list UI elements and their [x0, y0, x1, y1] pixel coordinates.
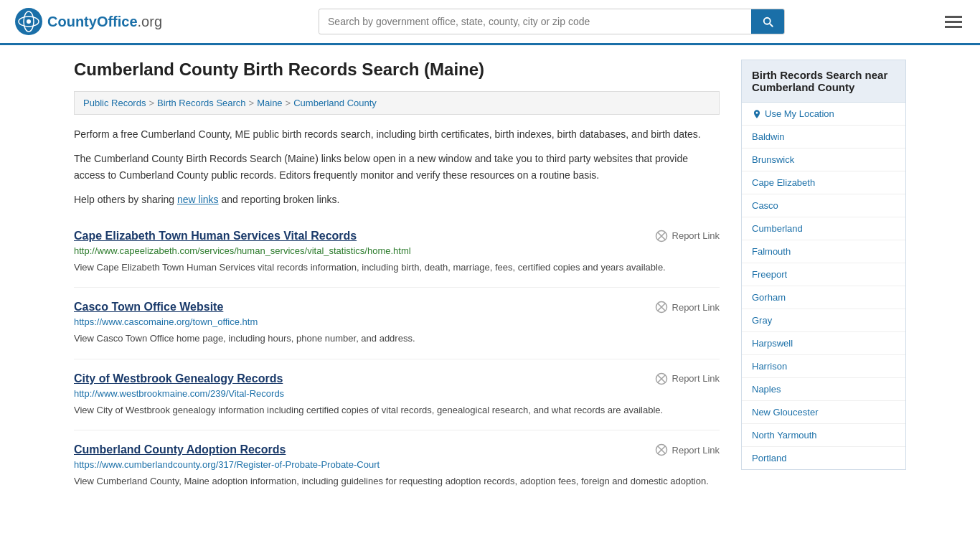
- description-para-3: Help others by sharing new links and rep…: [74, 192, 720, 207]
- sidebar: Birth Records Search near Cumberland Cou…: [741, 60, 906, 501]
- breadcrumb-birth-records-search[interactable]: Birth Records Search: [157, 98, 246, 108]
- result-title-1[interactable]: Casco Town Office Website: [74, 301, 223, 314]
- result-title-2[interactable]: City of Westbrook Genealogy Records: [74, 372, 283, 385]
- result-title-0[interactable]: Cape Elizabeth Town Human Services Vital…: [74, 230, 357, 242]
- breadcrumb: Public Records > Birth Records Search > …: [74, 91, 720, 115]
- result-item: City of Westbrook Genealogy Records Repo…: [74, 359, 720, 431]
- result-item: Casco Town Office Website Report Link ht…: [74, 288, 720, 359]
- breadcrumb-public-records[interactable]: Public Records: [83, 98, 146, 108]
- result-desc-1: View Casco Town Office home page, includ…: [74, 331, 720, 346]
- sidebar-use-location[interactable]: Use My Location: [742, 103, 905, 126]
- report-link-0[interactable]: Report Link: [655, 230, 720, 242]
- svg-point-3: [27, 19, 31, 24]
- result-desc-0: View Cape Elizabeth Town Human Services …: [74, 260, 720, 275]
- sidebar-item-north-yarmouth[interactable]: North Yarmouth: [742, 424, 905, 447]
- results-list: Cape Elizabeth Town Human Services Vital…: [74, 217, 720, 501]
- sidebar-item-cape-elizabeth[interactable]: Cape Elizabeth: [742, 171, 905, 194]
- report-icon-3: [655, 443, 668, 456]
- result-item: Cumberland County Adoption Records Repor…: [74, 430, 720, 501]
- report-link-2[interactable]: Report Link: [655, 372, 720, 385]
- location-pin-icon: [752, 109, 762, 119]
- report-link-3[interactable]: Report Link: [655, 443, 720, 456]
- site-header: CountyOffice.org: [0, 0, 980, 45]
- breadcrumb-maine[interactable]: Maine: [257, 98, 282, 108]
- sidebar-item-freeport[interactable]: Freeport: [742, 263, 905, 286]
- sidebar-item-gorham[interactable]: Gorham: [742, 286, 905, 309]
- result-desc-3: View Cumberland County, Maine adoption i…: [74, 474, 720, 489]
- search-button[interactable]: [751, 9, 784, 34]
- search-icon: [761, 15, 774, 28]
- sidebar-title: Birth Records Search near Cumberland Cou…: [741, 60, 906, 103]
- result-title-3[interactable]: Cumberland County Adoption Records: [74, 443, 286, 456]
- report-icon-0: [655, 230, 668, 242]
- result-url-2[interactable]: http://www.westbrookmaine.com/239/Vital-…: [74, 388, 720, 399]
- menu-button[interactable]: [941, 9, 966, 34]
- main-container: Cumberland County Birth Records Search (…: [60, 45, 920, 516]
- sidebar-list: Use My Location BaldwinBrunswickCape Eli…: [741, 103, 906, 470]
- sidebar-item-casco[interactable]: Casco: [742, 194, 905, 217]
- search-area: [319, 9, 785, 34]
- report-link-1[interactable]: Report Link: [655, 301, 720, 314]
- sidebar-item-portland[interactable]: Portland: [742, 447, 905, 469]
- breadcrumb-sep-2: >: [249, 98, 255, 108]
- result-url-1[interactable]: https://www.cascomaine.org/town_office.h…: [74, 316, 720, 327]
- description-para-1: Perform a free Cumberland County, ME pub…: [74, 126, 720, 142]
- sidebar-item-naples[interactable]: Naples: [742, 378, 905, 401]
- result-url-3[interactable]: https://www.cumberlandcounty.org/317/Reg…: [74, 459, 720, 470]
- sidebar-item-baldwin[interactable]: Baldwin: [742, 126, 905, 149]
- search-input[interactable]: [319, 10, 751, 33]
- result-url-0[interactable]: http://www.capeelizabeth.com/services/hu…: [74, 245, 720, 256]
- breadcrumb-sep-1: >: [149, 98, 154, 108]
- sidebar-item-harrison[interactable]: Harrison: [742, 355, 905, 378]
- breadcrumb-cumberland-county[interactable]: Cumberland County: [293, 98, 377, 108]
- sidebar-item-falmouth[interactable]: Falmouth: [742, 240, 905, 263]
- description-para-2: The Cumberland County Birth Records Sear…: [74, 151, 720, 183]
- new-links-link[interactable]: new links: [177, 194, 219, 205]
- sidebar-item-new-gloucester[interactable]: New Gloucester: [742, 401, 905, 424]
- sidebar-item-cumberland[interactable]: Cumberland: [742, 217, 905, 240]
- report-icon-2: [655, 372, 668, 385]
- sidebar-item-harpswell[interactable]: Harpswell: [742, 332, 905, 355]
- page-title: Cumberland County Birth Records Search (…: [74, 60, 720, 80]
- content-area: Cumberland County Birth Records Search (…: [74, 60, 720, 501]
- logo-icon: [14, 7, 43, 36]
- result-item: Cape Elizabeth Town Human Services Vital…: [74, 217, 720, 288]
- logo-area: CountyOffice.org: [14, 7, 162, 36]
- result-desc-2: View City of Westbrook genealogy informa…: [74, 403, 720, 418]
- logo-text: CountyOffice.org: [47, 14, 162, 30]
- use-location-label: Use My Location: [765, 108, 834, 119]
- breadcrumb-sep-3: >: [286, 98, 291, 108]
- sidebar-item-gray[interactable]: Gray: [742, 309, 905, 332]
- report-icon-1: [655, 301, 668, 314]
- sidebar-item-brunswick[interactable]: Brunswick: [742, 149, 905, 171]
